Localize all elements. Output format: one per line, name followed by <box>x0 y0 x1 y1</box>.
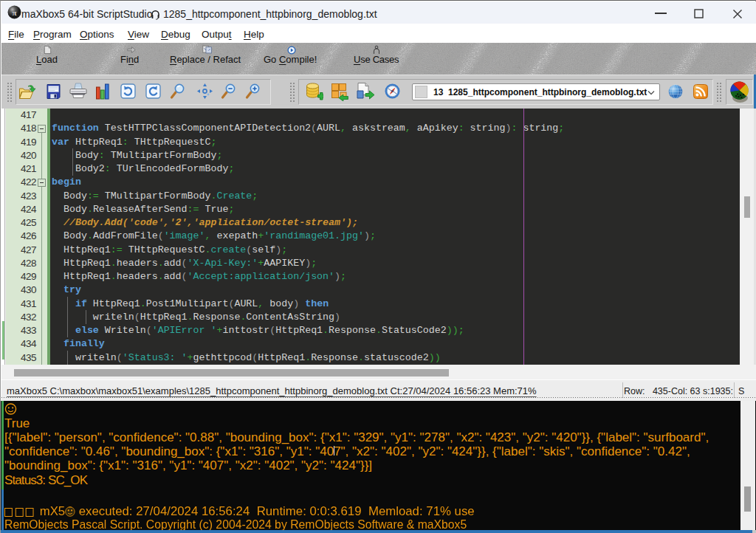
svg-text:π: π <box>12 8 16 17</box>
